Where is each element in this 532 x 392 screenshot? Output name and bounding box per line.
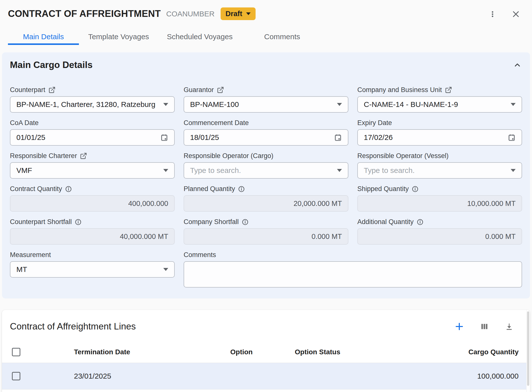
plus-icon [455,322,464,331]
window-header: CONTRACT OF AFFREIGHTMENT COANUMBER Draf… [0,0,532,45]
table-header-row: Termination Date Option Option Status Ca… [2,341,530,363]
additional-quantity-field: 0.000 MT [357,228,522,245]
open-in-new-icon[interactable] [217,86,224,94]
shipped-quantity-field: 10,000.000 MT [357,195,522,212]
scrollbar-thumb[interactable] [527,311,529,386]
open-in-new-icon[interactable] [80,152,87,160]
shipped-quantity-value: 10,000.000 MT [467,199,516,208]
company-bu-group: Company and Business Unit C-NAME-14 - BU… [357,86,522,113]
col-termination-date: Termination Date [74,348,230,356]
tab-scheduled-voyages[interactable]: Scheduled Voyages [158,29,241,45]
guarantor-value: BP-NAME-100 [190,100,333,109]
download-icon [505,322,514,331]
info-icon[interactable] [242,219,249,226]
shipped-quantity-label: Shipped Quantity [357,185,409,193]
planned-quantity-group: Planned Quantity 20,000.000 MT [184,185,348,212]
responsible-operator-vessel-select[interactable]: Type to search. [357,162,522,179]
responsible-charterer-value: VMF [16,166,160,175]
comments-textarea[interactable] [184,261,522,288]
more-options-button[interactable] [487,9,498,19]
measurement-select[interactable]: MT [10,261,175,278]
contract-quantity-label: Contract Quantity [10,185,62,193]
coa-date-value: 01/01/25 [16,133,160,142]
page-title: CONTRACT OF AFFREIGHTMENT [8,8,161,19]
status-dropdown[interactable]: Draft [221,7,256,20]
counterpart-select[interactable]: BP-NAME-1, Charterer, 31280, Ratzeburg [10,96,175,113]
coa-lines-table: Termination Date Option Option Status Ca… [2,341,530,392]
measurement-group: Measurement MT [10,251,175,288]
responsible-operator-cargo-group: Responsible Operator (Cargo) Type to sea… [184,152,348,179]
info-icon[interactable] [75,219,82,226]
section-title: Main Cargo Details [2,60,530,70]
responsible-operator-vessel-group: Responsible Operator (Vessel) Type to se… [357,152,522,179]
termination-date-cell: 23/01/2025 [74,372,230,380]
table-row[interactable]: 23/01/2025 100,000.000 [2,363,530,390]
company-shortfall-group: Company Shortfall 0.000 MT [184,218,348,245]
chevron-up-icon [513,61,522,69]
cargo-quantity-cell: 100,000.000 [394,372,519,380]
coa-date-group: CoA Date 01/01/25 [10,119,175,146]
select-all-checkbox[interactable] [12,348,20,356]
close-button[interactable] [510,8,522,20]
responsible-charterer-label: Responsible Charterer [10,152,77,160]
coa-number: COANUMBER [166,10,215,18]
coa-date-label: CoA Date [10,119,39,127]
commencement-date-label: Commencement Date [184,119,249,127]
dropdown-caret-icon [337,169,342,172]
comments-label: Comments [184,251,216,259]
info-icon[interactable] [417,219,424,226]
calendar-icon[interactable] [508,133,516,141]
additional-quantity-group: Additional Quantity 0.000 MT [357,218,522,245]
responsible-operator-cargo-select[interactable]: Type to search. [184,162,348,179]
coa-lines-section: Contract of Affreightment Lines [2,310,530,392]
expiry-date-input[interactable]: 17/02/26 [357,129,522,146]
dropdown-caret-icon [163,169,168,172]
calendar-icon[interactable] [160,133,168,141]
counterpart-value: BP-NAME-1, Charterer, 31280, Ratzeburg [16,100,160,109]
counterpart-shortfall-field: 40,000.000 MT [10,228,175,245]
calendar-icon[interactable] [334,133,342,141]
add-line-button[interactable] [453,320,466,333]
info-icon[interactable] [238,186,245,193]
main-cargo-details-section: Main Cargo Details Counterpart BP-NAME-1… [2,52,530,298]
guarantor-label: Guarantor [184,86,214,94]
tab-main-details[interactable]: Main Details [8,29,79,45]
planned-quantity-label: Planned Quantity [184,185,235,193]
info-icon[interactable] [65,186,72,193]
tab-bar: Main Details Template Voyages Scheduled … [8,29,522,45]
company-bu-select[interactable]: C-NAME-14 - BU-NAME-1-9 [357,96,522,113]
counterpart-shortfall-value: 40,000.000 MT [120,232,168,241]
company-shortfall-field: 0.000 MT [184,228,348,245]
download-button[interactable] [503,321,515,332]
dropdown-caret-icon [511,103,516,106]
chevron-down-icon [246,12,251,15]
commencement-date-input[interactable]: 18/01/25 [184,129,348,146]
counterpart-label: Counterpart [10,86,45,94]
commencement-date-value: 18/01/25 [190,133,334,142]
dropdown-caret-icon [163,268,168,271]
responsible-charterer-select[interactable]: VMF [10,162,175,179]
columns-button[interactable] [478,321,490,332]
comments-group: Comments [184,251,522,288]
collapse-section-button[interactable] [513,61,522,69]
tab-comments[interactable]: Comments [241,29,323,45]
expiry-date-group: Expiry Date 17/02/26 [357,119,522,146]
table-row[interactable]: 17/02/2026 100,000.000 [2,390,530,392]
open-in-new-icon[interactable] [445,86,452,94]
kebab-menu-icon [489,10,496,18]
columns-icon [480,322,489,331]
contract-quantity-group: Contract Quantity 400,000.000 [10,185,175,212]
row-checkbox[interactable] [12,372,20,380]
table-scrollbar[interactable] [526,310,530,392]
coa-date-input[interactable]: 01/01/25 [10,129,175,146]
company-shortfall-label: Company Shortfall [184,218,239,226]
guarantor-select[interactable]: BP-NAME-100 [184,96,348,113]
info-icon[interactable] [412,186,419,193]
lines-section-title: Contract of Affreightment Lines [10,321,136,332]
tab-template-voyages[interactable]: Template Voyages [79,29,158,45]
counterpart-shortfall-label: Counterpart Shortfall [10,218,72,226]
company-bu-value: C-NAME-14 - BU-NAME-1-9 [364,100,507,109]
contract-quantity-value: 400,000.000 [128,199,168,208]
open-in-new-icon[interactable] [48,86,56,94]
counterpart-shortfall-group: Counterpart Shortfall 40,000.000 MT [10,218,175,245]
